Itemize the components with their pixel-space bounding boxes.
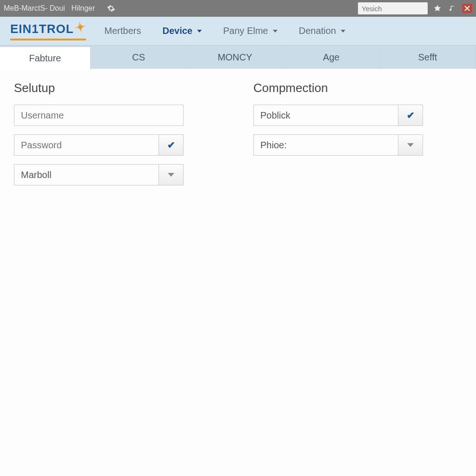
tab-fabture[interactable]: Fabture: [0, 46, 91, 70]
chevron-down-icon: [341, 30, 345, 33]
brand-logo[interactable]: EIN1TROL ✦: [10, 21, 86, 40]
chevron-down-icon: [273, 30, 278, 33]
window-title: MeB-MarctS- Doui: [4, 4, 65, 13]
gear-icon[interactable]: [106, 3, 116, 13]
marboll-dropdown[interactable]: [14, 164, 184, 185]
password-confirm-button[interactable]: ✔: [159, 134, 184, 156]
tab-cs[interactable]: CS: [91, 46, 187, 69]
right-column: Compmection ✔: [253, 81, 423, 194]
star-icon[interactable]: [432, 3, 443, 13]
password-field[interactable]: [14, 134, 159, 156]
poblick-combo: ✔: [253, 105, 423, 126]
tab-sefft[interactable]: Sefft: [380, 46, 476, 69]
tab-label: MONCY: [218, 52, 252, 63]
music-icon[interactable]: [447, 3, 457, 13]
nav-label: Mertbers: [105, 26, 141, 36]
tab-label: CS: [132, 52, 145, 63]
window-titlebar: MeB-MarctS- Doui Hilnger: [0, 0, 476, 17]
username-field[interactable]: [14, 105, 184, 126]
chevron-down-icon: [197, 30, 202, 33]
form-content: Selutup ✔ Compmection: [0, 69, 476, 206]
phioe-field[interactable]: [253, 134, 398, 156]
tab-moncy[interactable]: MONCY: [187, 46, 283, 69]
section-title-selutup: Selutup: [14, 81, 184, 95]
nav-item-panyelme[interactable]: Pany Elme: [223, 26, 278, 36]
nav-label: Pany Elme: [223, 26, 268, 36]
phioe-dropdown-button[interactable]: [398, 134, 423, 156]
check-icon: ✔: [167, 139, 175, 151]
nav-label: Denation: [299, 26, 336, 36]
section-title-compmection: Compmection: [253, 81, 423, 95]
nav-item-mertbers[interactable]: Mertbers: [105, 26, 141, 36]
tab-age[interactable]: Age: [284, 46, 380, 69]
nav-item-denation[interactable]: Denation: [299, 26, 345, 36]
tab-label: Sefft: [418, 52, 437, 63]
poblick-field[interactable]: [253, 105, 398, 126]
nav-item-device[interactable]: Device: [162, 26, 202, 36]
chevron-down-icon: [168, 173, 174, 177]
search-input[interactable]: [358, 2, 428, 14]
nav-label: Device: [162, 26, 192, 36]
sub-tabs: Fabture CS MONCY Age Sefft: [0, 46, 476, 69]
main-nav: EIN1TROL ✦ Mertbers Device Pany Elme Den…: [0, 17, 476, 46]
poblick-confirm-button[interactable]: ✔: [398, 105, 423, 126]
window-subtitle: Hilnger: [72, 4, 95, 13]
tab-label: Fabture: [29, 53, 61, 64]
marboll-field[interactable]: [14, 164, 159, 185]
logo-swoosh-icon: ✦: [73, 19, 87, 36]
tab-label: Age: [323, 52, 340, 63]
chevron-down-icon: [407, 143, 414, 147]
close-icon[interactable]: [462, 4, 472, 13]
phioe-dropdown[interactable]: [253, 134, 423, 156]
password-combo: ✔: [14, 134, 184, 156]
check-icon: ✔: [407, 110, 415, 121]
logo-text: EIN1TROL: [10, 22, 74, 36]
left-column: Selutup ✔: [14, 81, 184, 194]
marboll-dropdown-button[interactable]: [159, 164, 184, 185]
